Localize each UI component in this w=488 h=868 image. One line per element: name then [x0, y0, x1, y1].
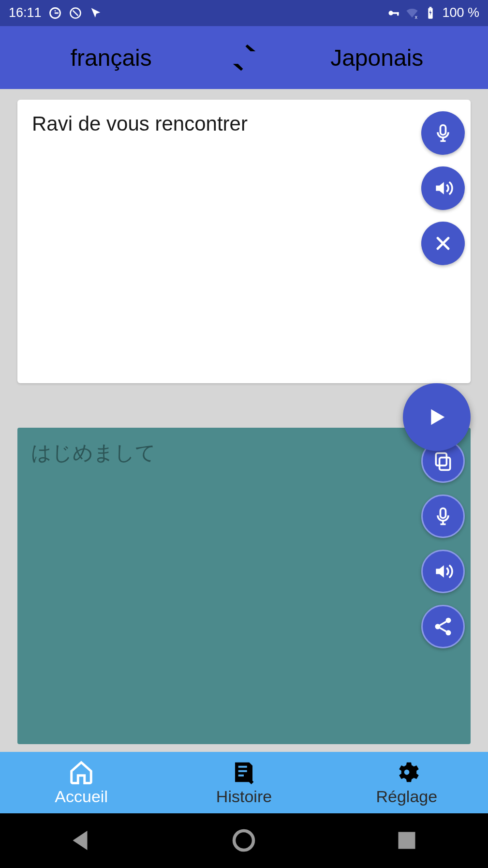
share-icon	[432, 616, 454, 637]
svg-rect-4	[397, 12, 399, 15]
speaker-icon	[432, 561, 454, 582]
translate-button[interactable]	[403, 383, 471, 451]
output-card: はじめまして	[17, 428, 471, 744]
tab-home[interactable]: Accueil	[0, 752, 163, 813]
voice-output-button[interactable]	[421, 494, 465, 538]
microphone-icon	[432, 506, 454, 527]
wifi-off-icon: x	[405, 6, 419, 20]
svg-point-15	[404, 769, 409, 775]
input-card[interactable]: Ravi de vous rencontrer	[17, 100, 471, 383]
target-language-label: Japonais	[330, 45, 423, 71]
svg-rect-8	[441, 125, 446, 135]
tab-home-label: Accueil	[55, 787, 108, 806]
svg-point-12	[446, 618, 451, 623]
close-icon	[432, 233, 454, 254]
input-text[interactable]: Ravi de vous rencontrer	[32, 112, 456, 135]
source-language-selector[interactable]: français	[0, 45, 222, 71]
cursor-icon	[89, 6, 103, 20]
bottom-tab-bar: Accueil Histoire Réglage	[0, 752, 488, 813]
svg-point-16	[234, 831, 253, 850]
svg-rect-10	[436, 453, 446, 466]
tab-settings[interactable]: Réglage	[325, 752, 488, 813]
svg-rect-7	[429, 7, 432, 8]
speak-input-button[interactable]	[421, 166, 465, 210]
tab-settings-label: Réglage	[376, 787, 437, 806]
battery-percent: 100 %	[442, 5, 479, 20]
nav-recent-button[interactable]	[392, 826, 421, 855]
output-buttons	[421, 439, 465, 648]
status-right: x 100 %	[387, 5, 479, 20]
input-buttons	[421, 111, 465, 265]
share-output-button[interactable]	[421, 605, 465, 648]
svg-point-13	[435, 624, 441, 629]
app-screen: 16:11 x 100 % françai	[0, 0, 488, 868]
status-left: 16:11	[9, 5, 103, 20]
google-icon	[48, 6, 62, 20]
nav-back-button[interactable]	[67, 826, 96, 855]
nav-recent-icon	[392, 826, 421, 855]
history-icon	[231, 759, 257, 785]
svg-point-14	[446, 630, 451, 635]
tab-history[interactable]: Histoire	[163, 752, 325, 813]
home-icon	[68, 759, 94, 785]
target-language-selector[interactable]: Japonais	[266, 45, 488, 71]
source-language-label: français	[71, 45, 152, 71]
nav-back-icon	[67, 826, 96, 855]
swap-languages-button[interactable]	[222, 43, 266, 73]
svg-rect-11	[441, 509, 446, 518]
speak-output-button[interactable]	[421, 550, 465, 593]
vpn-key-icon	[387, 6, 400, 20]
nav-home-icon	[229, 826, 258, 855]
output-text: はじめまして	[31, 439, 457, 466]
tab-history-label: Histoire	[216, 787, 272, 806]
android-nav-bar	[0, 813, 488, 868]
status-bar: 16:11 x 100 %	[0, 0, 488, 26]
copy-icon	[432, 450, 454, 472]
svg-rect-9	[440, 458, 450, 470]
no-sync-icon	[69, 6, 82, 20]
svg-point-2	[389, 11, 393, 15]
microphone-icon	[432, 122, 454, 144]
language-bar: français Japonais	[0, 26, 488, 89]
voice-input-button[interactable]	[421, 111, 465, 155]
svg-rect-17	[398, 832, 415, 849]
play-icon	[423, 404, 450, 431]
gear-icon	[394, 759, 420, 785]
nav-home-button[interactable]	[229, 826, 258, 855]
clear-input-button[interactable]	[421, 222, 465, 265]
clock: 16:11	[9, 5, 42, 20]
speaker-icon	[432, 178, 454, 199]
content-area: Ravi de vous rencontrer	[0, 89, 488, 752]
battery-charging-icon	[424, 6, 437, 20]
svg-text:x: x	[415, 14, 418, 20]
